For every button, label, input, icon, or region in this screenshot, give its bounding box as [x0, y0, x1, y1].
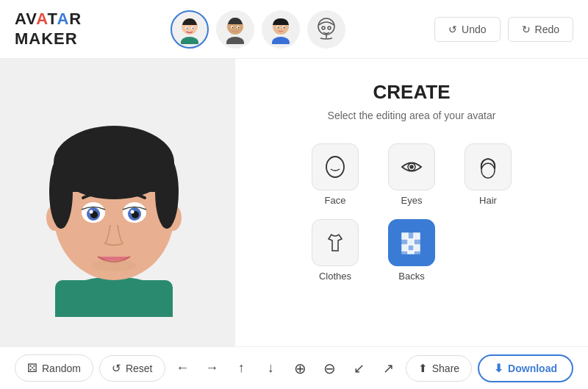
svg-rect-49 [408, 239, 414, 245]
bottom-left: ⚄ Random ↺ Reset [15, 354, 165, 382]
svg-rect-48 [402, 239, 408, 245]
nav-controls: ← → ↑ ↓ ⊕ ⊖ ↙ ↗ [171, 357, 400, 380]
avatar-thumb-3[interactable] [262, 10, 300, 49]
svg-point-41 [326, 157, 344, 177]
svg-rect-24 [55, 280, 173, 317]
eyes-label: Eyes [401, 195, 423, 206]
editor-title: CREATE [373, 81, 451, 104]
svg-point-18 [318, 18, 334, 35]
backs-icon [399, 230, 424, 255]
avatar-panel [0, 59, 235, 346]
backs-label: Backs [398, 271, 424, 282]
bottom-bar: ⚄ Random ↺ Reset ← → ↑ ↓ ⊕ ⊖ ↙ ↗ ⬆ Share… [0, 346, 588, 389]
download-button[interactable]: ⬇ Download [478, 354, 573, 382]
share-icon: ⬆ [418, 362, 428, 375]
rotate-left-button[interactable]: ↙ [347, 357, 370, 380]
redo-label: Redo [535, 24, 559, 35]
svg-point-38 [92, 260, 136, 271]
undo-label: Undo [462, 24, 486, 35]
svg-point-4 [187, 27, 188, 29]
random-label: Random [42, 363, 81, 374]
svg-rect-50 [414, 239, 420, 245]
share-button[interactable]: ⬆ Share [406, 355, 472, 382]
svg-point-40 [155, 155, 179, 229]
avatar-thumb-2[interactable] [216, 10, 254, 49]
nav-up-button[interactable]: ↑ [229, 357, 253, 380]
svg-rect-51 [402, 245, 408, 251]
download-label: Download [508, 363, 557, 374]
hair-icon [476, 154, 501, 179]
clothes-icon [323, 230, 348, 255]
svg-point-36 [90, 210, 93, 213]
svg-rect-46 [408, 233, 414, 239]
avatar-thumb-1[interactable] [171, 10, 209, 49]
zoom-out-button[interactable]: ⊖ [318, 357, 341, 380]
svg-point-39 [49, 155, 73, 229]
download-icon: ⬇ [494, 362, 503, 375]
reset-button[interactable]: ↺ Reset [99, 355, 165, 382]
random-button[interactable]: ⚄ Random [15, 354, 93, 382]
svg-point-1 [181, 37, 198, 44]
category-backs[interactable]: Backs [382, 219, 441, 282]
svg-point-44 [481, 163, 495, 178]
rotate-right-button[interactable]: ↗ [376, 357, 400, 380]
svg-point-10 [232, 26, 234, 28]
face-icon [323, 154, 348, 179]
svg-point-37 [131, 210, 135, 213]
svg-point-20 [328, 26, 331, 29]
svg-point-17 [284, 26, 285, 28]
svg-point-19 [322, 26, 325, 29]
category-hair[interactable]: Hair [459, 143, 517, 206]
hair-icon-container [465, 143, 512, 190]
reset-icon: ↺ [112, 362, 121, 375]
bottom-right: ⬆ Share ⬇ Download [406, 354, 573, 382]
svg-rect-56 [414, 251, 420, 254]
random-icon: ⚄ [27, 361, 37, 375]
svg-point-11 [238, 26, 240, 28]
undo-icon: ↺ [448, 24, 457, 35]
eyes-icon [399, 154, 424, 179]
svg-rect-53 [414, 245, 420, 251]
category-grid: Face Eyes [306, 143, 517, 282]
svg-rect-55 [408, 251, 414, 254]
category-face[interactable]: Face [306, 143, 365, 206]
eyes-icon-container [388, 143, 435, 190]
svg-rect-47 [414, 233, 420, 239]
redo-button[interactable]: ↻ Redo [508, 17, 573, 42]
clothes-icon-container [312, 219, 359, 266]
category-clothes[interactable]: Clothes [306, 219, 365, 282]
svg-rect-54 [402, 251, 408, 254]
zoom-in-button[interactable]: ⊕ [288, 357, 312, 380]
nav-down-button[interactable]: ↓ [259, 357, 282, 380]
nav-forward-button[interactable]: → [200, 357, 223, 380]
main: CREATE Select the editing area of your a… [0, 59, 588, 346]
backs-icon-container [388, 219, 435, 266]
svg-rect-45 [402, 233, 408, 239]
reset-label: Reset [126, 363, 153, 374]
editor-panel: CREATE Select the editing area of your a… [235, 59, 588, 346]
redo-icon: ↻ [522, 24, 531, 35]
undo-button[interactable]: ↺ Undo [434, 17, 500, 42]
svg-point-16 [278, 26, 279, 28]
header-actions: ↺ Undo ↻ Redo [434, 17, 573, 42]
hair-label: Hair [479, 195, 497, 206]
svg-point-13 [272, 37, 290, 44]
nav-back-button[interactable]: ← [171, 357, 194, 380]
svg-point-7 [226, 37, 244, 44]
avatar-options [171, 10, 345, 49]
editor-subtitle: Select the editing area of your avatar [328, 110, 496, 121]
share-label: Share [432, 363, 459, 374]
face-icon-container [312, 143, 359, 190]
clothes-label: Clothes [319, 271, 351, 282]
svg-point-5 [193, 27, 194, 29]
header: AVATARMAKER [0, 0, 588, 59]
avatar-canvas [18, 89, 217, 317]
avatar-thumb-4[interactable] [307, 10, 345, 49]
face-label: Face [325, 195, 346, 206]
logo: AVATARMAKER [15, 10, 82, 49]
svg-rect-52 [408, 245, 414, 251]
category-eyes[interactable]: Eyes [382, 143, 441, 206]
svg-point-43 [410, 165, 413, 168]
logo-text: AVATARMAKER [15, 10, 82, 49]
